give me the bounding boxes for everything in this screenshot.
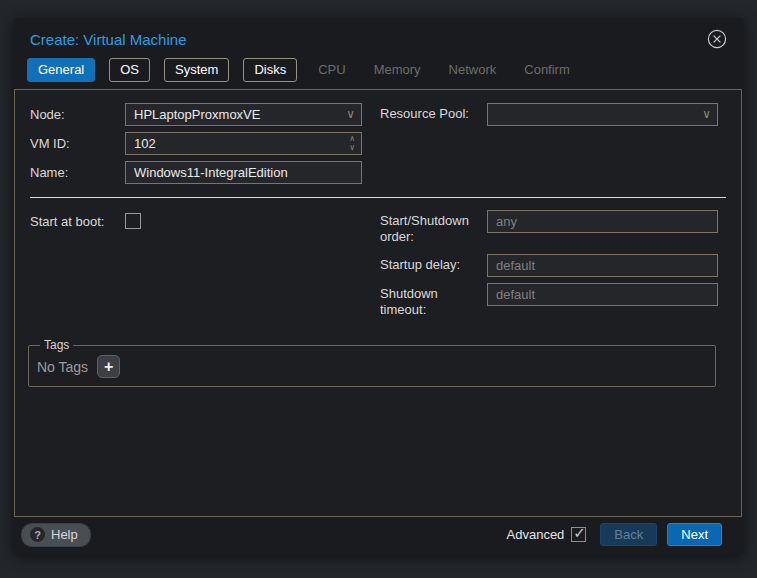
dialog-title: Create: Virtual Machine: [30, 31, 186, 48]
shutdown-timeout-row: Shutdown timeout:: [380, 283, 726, 318]
resource-pool-select[interactable]: [487, 103, 718, 126]
name-label: Name:: [30, 161, 125, 180]
startup-order-row: Start/Shutdown order:: [380, 210, 726, 245]
vmid-input[interactable]: [125, 132, 362, 155]
tab-bar: General OS System Disks CPU Memory Netwo…: [13, 56, 744, 89]
name-row: Name:: [30, 161, 380, 184]
advanced-label: Advanced: [507, 527, 565, 542]
tab-network: Network: [442, 58, 504, 82]
no-tags-text: No Tags: [37, 359, 88, 375]
help-button-label: Help: [51, 527, 78, 542]
vmid-label: VM ID:: [30, 132, 125, 151]
advanced-checkbox[interactable]: [571, 527, 586, 542]
start-at-boot-checkbox[interactable]: [125, 213, 141, 229]
start-at-boot-row: Start at boot:: [30, 210, 380, 229]
startup-delay-label: Startup delay:: [380, 254, 487, 273]
dialog-header: Create: Virtual Machine: [13, 18, 744, 56]
question-mark-icon: ?: [30, 527, 45, 542]
advanced-toggle: Advanced: [507, 527, 587, 542]
help-button[interactable]: ? Help: [21, 523, 91, 547]
tags-legend: Tags: [40, 338, 73, 352]
back-button: Back: [600, 523, 657, 546]
section-divider: [30, 197, 726, 198]
node-row: Node:: [30, 103, 380, 126]
next-button[interactable]: Next: [667, 523, 722, 546]
create-vm-dialog: Create: Virtual Machine General OS Syste…: [13, 18, 744, 555]
startup-delay-row: Startup delay:: [380, 254, 726, 277]
node-label: Node:: [30, 103, 125, 122]
resource-pool-label: Resource Pool:: [380, 103, 487, 122]
close-icon[interactable]: [706, 28, 728, 50]
tab-os[interactable]: OS: [109, 58, 150, 82]
add-tag-button[interactable]: +: [97, 355, 120, 378]
general-form-panel: Node: VM ID: Name:: [14, 89, 742, 517]
plus-icon: +: [104, 359, 113, 375]
resource-pool-row: Resource Pool:: [380, 103, 726, 126]
tab-system[interactable]: System: [164, 58, 229, 82]
tags-fieldset: Tags No Tags +: [28, 338, 716, 387]
tab-memory: Memory: [367, 58, 428, 82]
tab-confirm: Confirm: [517, 58, 577, 82]
shutdown-timeout-label: Shutdown timeout:: [380, 283, 487, 318]
startup-order-input[interactable]: [487, 210, 718, 233]
name-input[interactable]: [125, 161, 362, 184]
shutdown-timeout-input[interactable]: [487, 283, 718, 306]
tab-disks[interactable]: Disks: [243, 58, 297, 82]
startup-order-label: Start/Shutdown order:: [380, 210, 487, 245]
start-at-boot-label: Start at boot:: [30, 210, 125, 229]
node-select[interactable]: [125, 103, 362, 126]
vmid-row: VM ID:: [30, 132, 380, 155]
dialog-footer: ? Help Advanced Back Next: [13, 517, 744, 555]
tab-general[interactable]: General: [27, 58, 95, 82]
startup-delay-input[interactable]: [487, 254, 718, 277]
tab-cpu: CPU: [311, 58, 352, 82]
